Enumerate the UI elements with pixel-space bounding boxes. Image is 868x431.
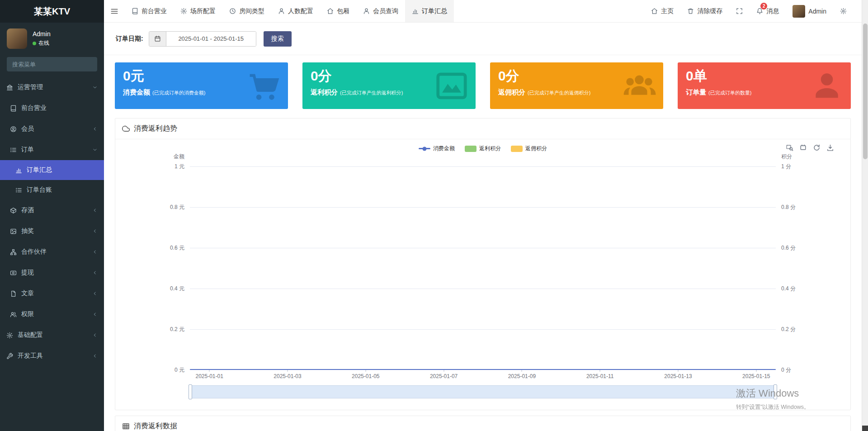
file-icon <box>10 290 17 297</box>
tab-member-query[interactable]: 会员查询 <box>356 0 405 22</box>
chart-icon <box>412 8 419 14</box>
online-dot <box>33 42 36 45</box>
sidebar-item-lottery[interactable]: 抽奖 <box>0 221 104 242</box>
y-axis-label-left: 1 元 <box>115 163 184 171</box>
chart-icon <box>15 167 22 174</box>
topnav-fullscreen[interactable] <box>729 0 750 22</box>
legend-marker-rect <box>465 146 476 152</box>
chart-plot <box>190 166 776 370</box>
filter-bar: 订单日期: 搜索 <box>104 23 862 55</box>
sidebar-item-label: 开发工具 <box>18 352 88 360</box>
sidebar-item-order[interactable]: 订单 <box>0 139 104 160</box>
y-axis-label-right: 0.6 分 <box>781 244 850 252</box>
legend-item-3[interactable]: 返佣积分 <box>511 145 547 152</box>
search-button[interactable]: 搜索 <box>264 31 292 47</box>
y-axis-label-right: 1 分 <box>781 163 850 171</box>
trend-panel-header: 消费返利趋势 <box>115 118 850 139</box>
zoom-reset-icon[interactable] <box>799 144 807 152</box>
stat-card-4: 0单订单量(已完成订单的数量) <box>678 62 851 109</box>
sidebar-item-label: 订单 <box>21 146 88 154</box>
topnav-messages[interactable]: 消息2 <box>750 0 786 22</box>
datazoom-slider[interactable] <box>190 385 776 398</box>
topnav-home[interactable]: 主页 <box>644 0 680 22</box>
y-axis-label-right: 0.8 分 <box>781 204 850 211</box>
y-axis-label-right: 0.2 分 <box>781 326 850 333</box>
sidebar-user-panel: Admin 在线 <box>0 23 104 53</box>
datazoom-right-handle[interactable] <box>774 384 777 399</box>
date-range-input[interactable] <box>166 32 256 46</box>
chevron-left-icon <box>92 270 98 275</box>
topnav-label: 消息 <box>766 7 779 15</box>
left-axis-name: 金额 <box>115 153 184 161</box>
tab-people-config[interactable]: 人数配置 <box>271 0 320 22</box>
download-icon[interactable] <box>826 144 834 152</box>
legend-item-2[interactable]: 返利积分 <box>465 145 501 152</box>
app-logo[interactable]: 某某KTV <box>0 0 104 23</box>
sidebar-item-wine-storage[interactable]: 存酒 <box>0 200 104 221</box>
tab-venue-config[interactable]: 场所配置 <box>174 0 222 22</box>
user-status-label: 在线 <box>38 39 49 47</box>
sidebar-item-dev-tools[interactable]: 开发工具 <box>0 346 104 366</box>
main-content: 订单日期: 搜索 0元消费金额(已完成订单的消费金额)0分返利积分(已完成订单产… <box>104 23 862 431</box>
sidebar-item-basic-config[interactable]: 基础配置 <box>0 325 104 346</box>
trend-chart: 消费金额返利积分返佣积分金额积分0 元0.2 元0.4 元0.6 元0.8 元1… <box>115 139 850 410</box>
sidebar-item-operations[interactable]: 运营管理 <box>0 77 104 98</box>
chevron-left-icon <box>92 249 98 255</box>
sidebar-item-front-business[interactable]: 前台营业 <box>0 98 104 118</box>
calendar-addon[interactable] <box>149 32 166 46</box>
legend-item-1[interactable]: 消费金额 <box>419 145 455 152</box>
tab-room-type[interactable]: 房间类型 <box>222 0 271 22</box>
datazoom-left-handle[interactable] <box>189 384 192 399</box>
stat-desc: (已完成订单的数量) <box>708 90 751 96</box>
avatar <box>793 5 805 18</box>
sidebar-item-withdraw[interactable]: 提现 <box>0 262 104 283</box>
sidebar-item-partner[interactable]: 合作伙伴 <box>0 242 104 262</box>
box-icon <box>10 207 17 214</box>
sidebar-item-order-summary[interactable]: 订单汇总 <box>0 160 104 180</box>
search-input[interactable] <box>7 57 97 71</box>
book-icon <box>10 105 17 112</box>
topnav-user[interactable]: Admin <box>786 0 833 22</box>
topnav-clear-cache[interactable]: 清除缓存 <box>680 0 729 22</box>
home-icon <box>327 8 334 14</box>
refresh-icon[interactable] <box>813 144 821 152</box>
scrollbar-down-button[interactable] <box>862 426 868 431</box>
hamburger-button[interactable] <box>104 0 125 22</box>
bank-icon <box>6 84 13 91</box>
chevron-left-icon <box>92 126 98 132</box>
user-circle-icon <box>10 126 17 133</box>
topnav-settings[interactable] <box>833 0 854 22</box>
sidebar-item-article[interactable]: 文章 <box>0 283 104 304</box>
sidebar-item-order-ledger[interactable]: 订单台账 <box>0 180 104 200</box>
date-range-picker[interactable] <box>149 31 256 47</box>
legend-marker-dot <box>423 147 427 151</box>
sidebar-item-label: 订单台账 <box>27 186 98 194</box>
sidebar-item-label: 存酒 <box>21 206 88 214</box>
tab-room-box[interactable]: 包厢 <box>320 0 356 22</box>
chevron-left-icon <box>92 312 98 317</box>
data-title: 消费返利数据 <box>134 422 177 431</box>
topnav-label: Admin <box>808 8 826 15</box>
sitemap-icon <box>10 249 17 256</box>
x-axis-label: 2025-01-01 <box>195 373 223 379</box>
gear-icon <box>840 8 847 14</box>
topnav-tabs: 前台营业场所配置房间类型人数配置包厢会员查询订单汇总 <box>125 0 454 22</box>
area-chart-icon <box>435 69 468 103</box>
tab-order-summary[interactable]: 订单汇总 <box>405 0 454 22</box>
topbar: 前台营业场所配置房间类型人数配置包厢会员查询订单汇总 主页清除缓存消息2Admi… <box>104 0 862 23</box>
trend-panel: 消费返利趋势 消费金额返利积分返佣积分金额积分0 元0.2 元0.4 元0.6 … <box>115 118 851 410</box>
zoom-box-icon[interactable] <box>786 144 793 152</box>
data-panel: 消费返利数据 <box>115 416 851 431</box>
filter-label: 订单日期: <box>116 35 143 43</box>
topnav-label: 清除缓存 <box>697 7 722 15</box>
scrollbar[interactable] <box>862 0 868 431</box>
money-icon <box>10 270 17 276</box>
tab-front-business[interactable]: 前台营业 <box>125 0 174 22</box>
y-axis-label-left: 0 元 <box>115 366 184 374</box>
scrollbar-thumb[interactable] <box>863 24 868 159</box>
table-icon <box>122 422 130 430</box>
sidebar-item-permission[interactable]: 权限 <box>0 304 104 325</box>
sidebar-item-label: 合作伙伴 <box>21 248 88 256</box>
tab-label: 前台营业 <box>142 7 167 15</box>
sidebar-item-member[interactable]: 会员 <box>0 118 104 139</box>
